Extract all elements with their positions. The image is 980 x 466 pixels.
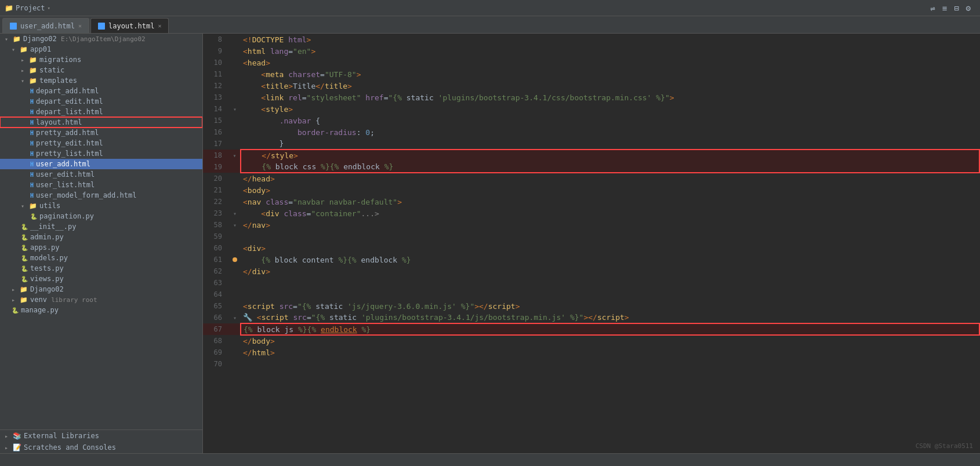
sidebar-pretty-add[interactable]: H pretty_add.html [0, 128, 202, 138]
tab-layout[interactable]: layout.html ✕ [90, 18, 169, 33]
line-code-58: </nav> [241, 219, 979, 231]
tab-user-add[interactable]: user_add.html ✕ [2, 18, 89, 33]
sort-icon[interactable]: ≡ [942, 3, 947, 13]
line-num-62: 62 [203, 265, 229, 277]
gutter-20 [229, 173, 241, 184]
sidebar-scratches[interactable]: 📝 Scratches and Consoles [0, 442, 202, 453]
gutter-8 [229, 34, 241, 45]
sidebar-models[interactable]: 🐍 models.py [0, 253, 202, 263]
line-code-69: </html> [241, 347, 979, 358]
sidebar-apps[interactable]: 🐍 apps.py [0, 242, 202, 253]
line-num-9: 9 [203, 45, 229, 57]
main-layout: 📁 Django02 E:\DjangoItem\Django02 📁 app0… [0, 34, 980, 453]
gutter-58: ▾ [229, 219, 241, 231]
project-label[interactable]: 📁 Project ▾ [5, 4, 50, 12]
depart-add-label: depart_add.html [36, 87, 99, 95]
sidebar-pretty-list[interactable]: H pretty_list.html [0, 148, 202, 159]
line-num-13: 13 [203, 92, 229, 103]
tabs-bar: user_add.html ✕ layout.html ✕ [0, 16, 980, 34]
scratches-label: Scratches and Consoles [24, 443, 116, 452]
fold-btn-58[interactable]: ▾ [233, 222, 237, 228]
sidebar-pretty-edit[interactable]: H pretty_edit.html [0, 138, 202, 148]
root-folder-icon: 📁 [13, 35, 21, 43]
code-line-22: 22 <nav class="navbar navbar-default"> [203, 196, 979, 207]
code-line-67: 67 {% block js %}{% endblock %} [203, 323, 979, 335]
code-line-19: 19 {% block css %}{% endblock %} [203, 161, 979, 173]
gutter-12 [229, 80, 241, 92]
settings-icon[interactable]: ⚙ [966, 3, 971, 13]
sidebar-app01[interactable]: 📁 app01 [0, 44, 202, 54]
sidebar-depart-edit[interactable]: H depart_edit.html [0, 96, 202, 107]
py-file-icon: 🐍 [12, 307, 19, 314]
fold-btn-18[interactable]: ▾ [233, 152, 236, 159]
sidebar-user-model-form[interactable]: H user_model_form_add.html [0, 190, 202, 201]
sidebar-tests[interactable]: 🐍 tests.py [0, 263, 202, 274]
static-folder-icon: 📁 [29, 67, 37, 74]
line-num-58: 58 [203, 219, 229, 231]
sidebar-migrations[interactable]: 📁 migrations [0, 54, 202, 65]
gutter-67 [229, 323, 241, 335]
sidebar-templates[interactable]: 📁 templates [0, 75, 202, 86]
line-num-59: 59 [203, 231, 229, 242]
venv-label: venv library root [30, 296, 97, 304]
line-code-16: border-radius: 0; [241, 126, 979, 138]
line-code-14: <style> [241, 103, 979, 115]
line-num-21: 21 [203, 184, 229, 196]
depart-list-label: depart_list.html [36, 108, 103, 116]
tab-close-layout[interactable]: ✕ [158, 23, 161, 29]
gutter-19 [229, 161, 241, 173]
line-code-67: {% block js %}{% endblock %} [241, 323, 979, 335]
root-arrow [5, 36, 10, 42]
sidebar-utils[interactable]: 📁 utils [0, 201, 202, 211]
ext-lib-arrow [5, 433, 10, 439]
project-dropdown-icon[interactable]: ▾ [48, 5, 50, 11]
line-code-19: {% block css %}{% endblock %} [241, 161, 979, 173]
sidebar-venv[interactable]: 📁 venv library root [0, 294, 202, 305]
init-label: __init__.py [30, 223, 76, 231]
gutter-69 [229, 347, 241, 358]
gutter-70 [229, 358, 241, 370]
fold-btn-14[interactable]: ▾ [233, 106, 237, 112]
code-editor[interactable]: 8 <!DOCTYPE html> 9 <html lang="en"> 10 … [203, 34, 980, 453]
collapse-icon[interactable]: ⊟ [954, 3, 959, 13]
line-code-12: <title>Title</title> [241, 80, 979, 92]
code-line-9: 9 <html lang="en"> [203, 45, 979, 57]
user-list-label: user_list.html [36, 181, 95, 189]
sidebar-user-list[interactable]: H user_list.html [0, 180, 202, 190]
static-arrow [21, 67, 27, 74]
sidebar-external-libraries[interactable]: 📚 External Libraries [0, 430, 202, 442]
gutter-16 [229, 126, 241, 138]
sidebar-layout[interactable]: H layout.html [0, 117, 202, 128]
sidebar-root[interactable]: 📁 Django02 E:\DjangoItem\Django02 [0, 34, 202, 44]
tab-label-user-add: user_add.html [20, 22, 75, 30]
sidebar-init[interactable]: 🐍 __init__.py [0, 221, 202, 232]
sidebar-views[interactable]: 🐍 views.py [0, 274, 202, 284]
fold-btn-66[interactable]: ▾ [233, 315, 237, 321]
code-line-20: 20 </head> [203, 173, 979, 184]
sidebar-django02[interactable]: 📁 Django02 [0, 284, 202, 294]
sidebar-static[interactable]: 📁 static [0, 65, 202, 75]
line-code-63 [241, 277, 979, 289]
sidebar-depart-add[interactable]: H depart_add.html [0, 86, 202, 96]
sidebar-depart-list[interactable]: H depart_list.html [0, 107, 202, 117]
line-code-64 [241, 289, 979, 300]
ext-lib-icon: 📚 [13, 432, 21, 440]
code-line-21: 21 <body> [203, 184, 979, 196]
code-line-18: 18 ▾ </style> [203, 150, 979, 161]
reformat-icon[interactable]: ⇌ [930, 3, 935, 13]
tab-close-user-add[interactable]: ✕ [78, 23, 82, 29]
sidebar-pagination[interactable]: 🐍 pagination.py [0, 211, 202, 221]
code-line-14: 14 ▾ <style> [203, 103, 979, 115]
project-folder-icon: 📁 [5, 4, 13, 12]
sidebar-admin[interactable]: 🐍 admin.py [0, 232, 202, 242]
fold-btn-23[interactable]: ▾ [233, 210, 237, 217]
sidebar-user-edit[interactable]: H user_edit.html [0, 169, 202, 180]
py-file-icon: 🐍 [21, 276, 28, 282]
watermark-text: CSDN @Stara0511 [916, 442, 973, 450]
venv-arrow [12, 297, 17, 303]
code-line-17: 17 } [203, 138, 979, 150]
line-code-15: .navbar { [241, 115, 979, 126]
django02-folder-icon: 📁 [20, 286, 28, 293]
sidebar-manage[interactable]: 🐍 manage.py [0, 305, 202, 315]
sidebar-user-add[interactable]: H user_add.html [0, 159, 202, 169]
